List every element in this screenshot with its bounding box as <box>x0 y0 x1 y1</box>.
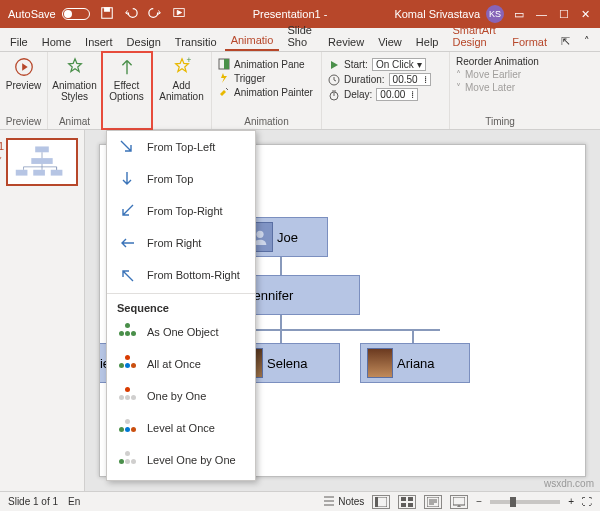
option-from-top-right[interactable]: From Top-Right <box>107 195 255 227</box>
collapse-ribbon-icon[interactable]: ˄ <box>578 32 596 51</box>
arrow-left-icon <box>117 233 137 253</box>
close-icon[interactable]: ✕ <box>581 8 590 21</box>
ribbon-tabs: File Home Insert Design Transitio Animat… <box>0 28 600 52</box>
tab-review[interactable]: Review <box>322 33 370 51</box>
option-from-right[interactable]: From Right <box>107 227 255 259</box>
add-animation-button[interactable]: + Add Animation <box>155 54 207 104</box>
reading-view-icon[interactable] <box>424 495 442 509</box>
redo-icon[interactable] <box>148 6 162 22</box>
option-one-by-one[interactable]: One by One <box>107 380 255 412</box>
notes-button[interactable]: Notes <box>323 496 364 508</box>
org-node-ariana[interactable]: Ariana <box>360 343 470 383</box>
start-from-beginning-icon[interactable] <box>172 6 186 22</box>
sequence-one-icon <box>117 322 137 342</box>
svg-rect-13 <box>51 170 63 176</box>
tab-animations[interactable]: Animatio <box>225 31 280 51</box>
effect-options-button[interactable]: Effect Options <box>105 54 147 104</box>
effect-options-menu: From Top-Left From Top From Top-Right Fr… <box>106 130 256 481</box>
svg-rect-9 <box>35 146 49 152</box>
option-from-top-left[interactable]: From Top-Left <box>107 131 255 163</box>
autosave-toggle[interactable] <box>62 8 90 20</box>
trigger-button[interactable]: Trigger <box>218 72 313 84</box>
preview-label: Preview <box>6 80 42 91</box>
tab-format[interactable]: Format <box>506 33 553 51</box>
tab-home[interactable]: Home <box>36 33 77 51</box>
slide-thumbnail-1[interactable]: 1 * <box>6 138 78 186</box>
slide-thumbnail-panel: 1 * <box>0 130 85 491</box>
ribbon-display-icon[interactable]: ▭ <box>514 8 524 21</box>
autosave-label: AutoSave <box>8 8 56 20</box>
svg-rect-6 <box>224 59 229 69</box>
tab-help[interactable]: Help <box>410 33 445 51</box>
zoom-slider[interactable] <box>490 500 560 504</box>
svg-rect-11 <box>16 170 28 176</box>
sequence-heading: Sequence <box>107 296 255 316</box>
share-icon[interactable]: ⇱ <box>555 32 576 51</box>
option-from-bottom-right[interactable]: From Bottom-Right <box>107 259 255 291</box>
menu-separator <box>107 293 255 294</box>
move-later-button[interactable]: ˅Move Later <box>456 82 539 93</box>
sequence-onebyone-icon <box>117 386 137 406</box>
svg-rect-1 <box>104 8 109 12</box>
animation-styles-button[interactable]: Animation Styles <box>48 54 100 104</box>
animation-indicator-icon: * <box>0 154 2 164</box>
animation-pane-button[interactable]: Animation Pane <box>218 58 313 70</box>
tab-view[interactable]: View <box>372 33 408 51</box>
arrow-down-icon <box>117 169 137 189</box>
fit-to-window-icon[interactable]: ⛶ <box>582 496 592 507</box>
tab-insert[interactable]: Insert <box>79 33 119 51</box>
reorder-label: Reorder Animation <box>456 56 539 67</box>
language-indicator[interactable]: En <box>68 496 80 507</box>
delay-input[interactable]: 00.00⁞ <box>376 88 418 101</box>
start-select[interactable]: On Click▾ <box>372 58 426 71</box>
save-icon[interactable] <box>100 6 114 22</box>
svg-point-14 <box>256 231 263 238</box>
svg-rect-19 <box>401 497 406 501</box>
tab-smartart-design[interactable]: SmartArt Design <box>446 21 504 51</box>
move-earlier-button[interactable]: ˄Move Earlier <box>456 69 539 80</box>
svg-rect-10 <box>31 158 52 164</box>
restore-icon[interactable]: ☐ <box>559 8 569 21</box>
animation-styles-label: Animation Styles <box>52 80 96 102</box>
svg-rect-12 <box>33 170 45 176</box>
sequence-levelone-icon <box>117 450 137 470</box>
slideshow-view-icon[interactable] <box>450 495 468 509</box>
option-level-one-by-one[interactable]: Level One by One <box>107 444 255 476</box>
ribbon: Preview Preview Animation Styles Animat … <box>0 52 600 130</box>
tab-slideshow[interactable]: Slide Sho <box>281 21 320 51</box>
group-label-advanced: Animation <box>244 115 288 127</box>
slide-count: Slide 1 of 1 <box>8 496 58 507</box>
animation-painter-button[interactable]: Animation Painter <box>218 86 313 98</box>
tab-file[interactable]: File <box>4 33 34 51</box>
node-label: Joe <box>277 230 298 245</box>
preview-button[interactable]: Preview <box>2 54 46 93</box>
normal-view-icon[interactable] <box>372 495 390 509</box>
connector <box>412 329 414 343</box>
delay-label: Delay: <box>344 89 372 100</box>
slide-sorter-icon[interactable] <box>398 495 416 509</box>
option-all-at-once[interactable]: All at Once <box>107 348 255 380</box>
option-as-one-object[interactable]: As One Object <box>107 316 255 348</box>
node-label: Selena <box>267 356 307 371</box>
option-from-top[interactable]: From Top <box>107 163 255 195</box>
duration-label: Duration: <box>344 74 385 85</box>
connector <box>280 315 282 329</box>
tab-transitions[interactable]: Transitio <box>169 33 223 51</box>
user-name[interactable]: Komal Srivastava <box>394 8 480 20</box>
group-label-preview: Preview <box>6 115 42 127</box>
node-label: Ariana <box>397 356 435 371</box>
duration-input[interactable]: 00.50⁞ <box>389 73 431 86</box>
workspace: 1 * Joe Jennifer lie Selena Arian <box>0 130 600 491</box>
svg-rect-21 <box>401 503 406 507</box>
status-bar: Slide 1 of 1 En Notes − + ⛶ <box>0 491 600 511</box>
zoom-out-icon[interactable]: − <box>476 496 482 507</box>
minimize-icon[interactable]: — <box>536 8 547 21</box>
option-level-at-once[interactable]: Level at Once <box>107 412 255 444</box>
document-title: Presentation1 - <box>186 8 395 20</box>
zoom-in-icon[interactable]: + <box>568 496 574 507</box>
sequence-all-icon <box>117 354 137 374</box>
undo-icon[interactable] <box>124 6 138 22</box>
svg-text:+: + <box>186 56 191 65</box>
tab-design[interactable]: Design <box>121 33 167 51</box>
arrow-top-left-icon <box>117 265 137 285</box>
